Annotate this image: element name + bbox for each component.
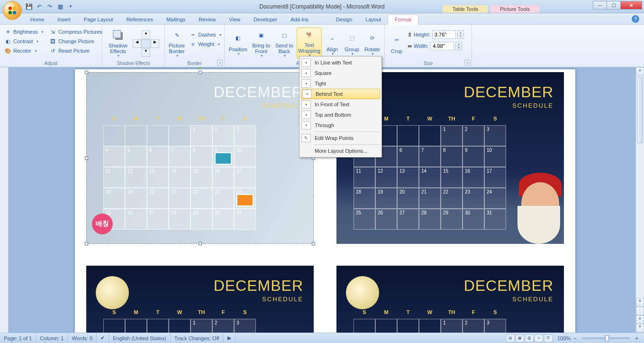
dialog-launcher-icon[interactable]: ↘ <box>464 60 470 65</box>
position-button[interactable]: ◧Position▼ <box>227 28 249 59</box>
tab-home[interactable]: Home <box>24 15 51 24</box>
recolor-button[interactable]: 🎨Recolor▼ <box>3 46 46 55</box>
prev-page-button[interactable]: ▲ <box>636 315 644 324</box>
zoom-level[interactable]: 100% <box>557 335 571 341</box>
tab-developer[interactable]: Developer <box>247 15 284 24</box>
tab-view[interactable]: View <box>222 15 247 24</box>
more-layout-options-item[interactable]: More Layout Options... <box>300 146 381 156</box>
vertical-ruler[interactable] <box>0 67 9 333</box>
align-button[interactable]: ⫠Align▼ <box>324 28 341 59</box>
rotate-button[interactable]: ⟳Rotate▼ <box>363 28 381 59</box>
outline-view-button[interactable]: ≡ <box>535 334 543 342</box>
shadow-nudge-pad[interactable]: ▲ ◀▶ ▼ <box>133 30 159 57</box>
qat-customize-icon[interactable]: ▼ <box>66 2 75 11</box>
height-input[interactable] <box>432 30 456 39</box>
page-status[interactable]: Page: 1 of 1 <box>0 333 36 343</box>
words-status[interactable]: Words: 0 <box>68 333 97 343</box>
print-layout-view-button[interactable]: ▤ <box>506 334 515 342</box>
resize-handle[interactable] <box>85 71 88 74</box>
reset-picture-button[interactable]: ↺Reset Picture <box>48 46 104 55</box>
browse-object-button[interactable]: ◦ <box>636 307 644 315</box>
group-button[interactable]: ⬚Group▼ <box>343 28 361 59</box>
minimize-button[interactable]: ─ <box>593 1 607 9</box>
width-icon: ⇔ <box>408 43 412 49</box>
resize-handle[interactable] <box>199 71 202 74</box>
redo-icon[interactable]: ↷ <box>45 2 54 11</box>
office-button[interactable] <box>3 1 22 20</box>
print-preview-icon[interactable]: ▦ <box>56 2 64 11</box>
tab-references[interactable]: References <box>120 15 160 24</box>
tab-addins[interactable]: Add-Ins <box>284 15 315 24</box>
wrap-infront-item[interactable]: ▪In Front of Text <box>300 99 381 110</box>
shadow-effects-button[interactable]: Shadow Effects▼ <box>105 28 131 59</box>
scroll-thumb[interactable] <box>637 77 643 143</box>
edit-wrap-points-item[interactable]: ✎Edit Wrap Points <box>300 133 381 143</box>
tab-review[interactable]: Review <box>192 15 222 24</box>
wrap-behind-item[interactable]: ▪Behind Text <box>301 89 380 99</box>
vertical-scrollbar[interactable]: ▲ ▼ ◦ ▲ ▼ <box>635 67 644 333</box>
weight-button[interactable]: ≡Weight▼ <box>188 40 224 48</box>
zoom-slider[interactable] <box>582 337 630 339</box>
macro-icon: ▶ <box>227 335 231 341</box>
scroll-down-button[interactable]: ▼ <box>636 298 644 307</box>
compress-pictures-button[interactable]: ⇲Compress Pictures <box>48 28 104 36</box>
width-spinner[interactable]: ▲▼ <box>455 42 462 50</box>
close-button[interactable]: ✕ <box>620 1 642 9</box>
contrast-icon: ◐ <box>5 38 11 45</box>
tab-format[interactable]: Format <box>388 14 418 25</box>
text-wrapping-button[interactable]: 🐕Text Wrapping▼ <box>297 28 322 59</box>
wrap-square-item[interactable]: ▪Square <box>300 68 381 78</box>
change-picture-icon: 🖼 <box>50 38 56 45</box>
tab-design[interactable]: Design <box>329 15 359 24</box>
tab-layout[interactable]: Layout <box>359 15 388 24</box>
full-screen-view-button[interactable]: ▦ <box>516 334 524 342</box>
quick-access-toolbar: 💾 ↶ ↷ ▦ ▼ <box>25 2 75 11</box>
width-input[interactable] <box>430 42 454 50</box>
column-status[interactable]: Column: 1 <box>36 333 68 343</box>
next-page-button[interactable]: ▼ <box>636 324 644 333</box>
brightness-button[interactable]: ☀Brightness▼ <box>3 28 46 36</box>
compress-icon: ⇲ <box>50 28 56 35</box>
dashes-icon: ┅ <box>190 31 196 38</box>
change-picture-button[interactable]: 🖼Change Picture <box>48 37 104 46</box>
resize-handle[interactable] <box>85 242 88 245</box>
help-icon[interactable]: ? <box>632 15 639 23</box>
svg-point-1 <box>13 7 16 10</box>
wrap-inline-item[interactable]: ▪In Line with Text <box>300 57 381 68</box>
dialog-launcher-icon[interactable]: ↘ <box>217 60 223 65</box>
wrap-tight-item[interactable]: ▪Tight <box>300 78 381 89</box>
crop-button[interactable]: ✂Crop <box>388 28 406 59</box>
wrap-topbottom-item[interactable]: ▪Top and Bottom <box>300 110 381 120</box>
bring-to-front-button[interactable]: ▣Bring to Front▼ <box>251 28 272 59</box>
status-right: ▤ ▦ ▥ ≡ ☰ 100% − + <box>506 334 644 342</box>
resize-handle[interactable] <box>199 242 202 245</box>
save-icon[interactable]: 💾 <box>25 2 33 11</box>
dashes-button[interactable]: ┅Dashes▼ <box>188 30 224 39</box>
macro-status[interactable]: ▶ <box>224 333 236 343</box>
rotate-handle[interactable] <box>198 67 202 69</box>
language-status[interactable]: English (United States) <box>109 333 171 343</box>
tab-page-layout[interactable]: Page Layout <box>77 15 120 24</box>
draft-view-button[interactable]: ☰ <box>544 334 553 342</box>
bring-front-icon: ▣ <box>254 28 269 42</box>
scroll-up-button[interactable]: ▲ <box>636 67 644 76</box>
send-to-back-button[interactable]: ▢Send to Back▼ <box>274 28 295 59</box>
proofing-status[interactable]: ✔ <box>97 333 109 343</box>
zoom-thumb[interactable] <box>605 335 609 341</box>
resize-handle[interactable] <box>85 157 88 160</box>
contrast-button[interactable]: ◐Contrast▼ <box>3 37 46 46</box>
tab-insert[interactable]: Insert <box>51 15 77 24</box>
zoom-in-button[interactable]: + <box>634 335 640 341</box>
wrap-through-item[interactable]: ▪Through <box>300 120 381 130</box>
track-changes-status[interactable]: Track Changes: Off <box>171 333 224 343</box>
web-layout-view-button[interactable]: ▥ <box>525 334 534 342</box>
zoom-out-button[interactable]: − <box>571 335 578 341</box>
undo-icon[interactable]: ↶ <box>35 2 44 11</box>
picture-border-button[interactable]: ✎ Picture Border▼ <box>168 28 186 59</box>
selection-handles[interactable] <box>86 72 314 244</box>
height-spinner[interactable]: ▲▼ <box>457 30 464 39</box>
group-label: Shadow Effects <box>105 60 162 67</box>
maximize-button[interactable]: ☐ <box>607 1 621 9</box>
resize-handle[interactable] <box>312 242 315 245</box>
tab-mailings[interactable]: Mailings <box>160 15 192 24</box>
